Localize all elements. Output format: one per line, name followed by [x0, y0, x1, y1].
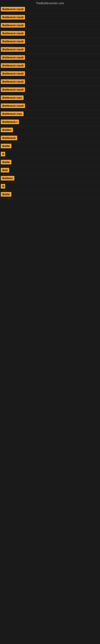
result-row[interactable]: Bottleneck resu: [0, 110, 100, 118]
result-row[interactable]: Bottleneck resu: [0, 94, 100, 102]
bottleneck-badge[interactable]: Bottleneck result: [1, 79, 25, 84]
result-row[interactable]: Bott: [0, 167, 100, 175]
result-row[interactable]: Bottle: [0, 191, 100, 199]
bottleneck-badge[interactable]: Bottleneck result: [1, 104, 25, 108]
bottleneck-badge[interactable]: B: [1, 152, 5, 156]
result-row[interactable]: Bottleneck result: [0, 46, 100, 54]
bottleneck-badge[interactable]: Bottleneck result: [1, 7, 25, 12]
result-row[interactable]: Bottlens: [0, 175, 100, 183]
result-row[interactable]: Bottle: [0, 142, 100, 150]
result-row[interactable]: Bottleneck r: [0, 118, 100, 126]
bottleneck-badge[interactable]: Bottleneck result: [1, 23, 25, 28]
site-title-bar: TheBottlenecker.com: [0, 0, 100, 6]
bottleneck-badge[interactable]: Bottlen: [1, 128, 13, 132]
site-title: TheBottlenecker.com: [0, 0, 100, 6]
bottleneck-badge[interactable]: Bottleneck result: [1, 15, 25, 20]
bottleneck-badge[interactable]: Bott: [1, 168, 9, 172]
result-row[interactable]: Bottleneck result: [0, 38, 100, 46]
bottleneck-badge[interactable]: Bottleneck result: [1, 87, 25, 92]
result-row[interactable]: Bottlen: [0, 126, 100, 134]
bottleneck-badge[interactable]: Bottleneck result: [1, 63, 25, 68]
result-row[interactable]: Bottle: [0, 158, 100, 167]
bottleneck-badge[interactable]: Bottle: [1, 144, 11, 148]
result-row[interactable]: Bottleneck result: [0, 14, 100, 22]
result-row[interactable]: Bottleneck result: [0, 30, 100, 38]
bottleneck-badge[interactable]: Bottle: [1, 160, 11, 164]
bottleneck-badge[interactable]: Bottleneck result: [1, 39, 25, 44]
results-container: Bottleneck resultBottleneck resultBottle…: [0, 6, 100, 480]
bottleneck-badge[interactable]: Bottleneck result: [1, 47, 25, 52]
bottleneck-badge[interactable]: Bottleneck result: [1, 55, 25, 60]
result-row[interactable]: B: [0, 183, 100, 191]
result-row[interactable]: Bottleneck result: [0, 70, 100, 78]
result-row[interactable]: Bottleneck result: [0, 54, 100, 62]
result-row[interactable]: Bottleneck result: [0, 102, 100, 110]
result-row[interactable]: B: [0, 150, 100, 158]
bottleneck-badge[interactable]: Bottleneck result: [1, 31, 25, 36]
bottleneck-badge[interactable]: Bottleneck r: [1, 120, 19, 124]
bottom-spacer: [0, 199, 100, 480]
bottleneck-badge[interactable]: B: [1, 184, 5, 188]
bottleneck-badge[interactable]: Bottleneck result: [1, 71, 25, 76]
result-row[interactable]: Bottleneck result: [0, 86, 100, 94]
result-row[interactable]: Bottleneck result: [0, 22, 100, 30]
result-row[interactable]: Bottleneck result: [0, 78, 100, 86]
result-row[interactable]: Bottleneck: [0, 134, 100, 142]
bottleneck-badge[interactable]: Bottlens: [1, 176, 14, 180]
result-row[interactable]: Bottleneck result: [0, 62, 100, 70]
bottleneck-badge[interactable]: Bottleneck resu: [1, 96, 24, 100]
bottleneck-badge[interactable]: Bottle: [1, 192, 11, 196]
result-row[interactable]: Bottleneck result: [0, 6, 100, 14]
bottleneck-badge[interactable]: Bottleneck: [1, 136, 17, 140]
bottleneck-badge[interactable]: Bottleneck resu: [1, 112, 24, 116]
